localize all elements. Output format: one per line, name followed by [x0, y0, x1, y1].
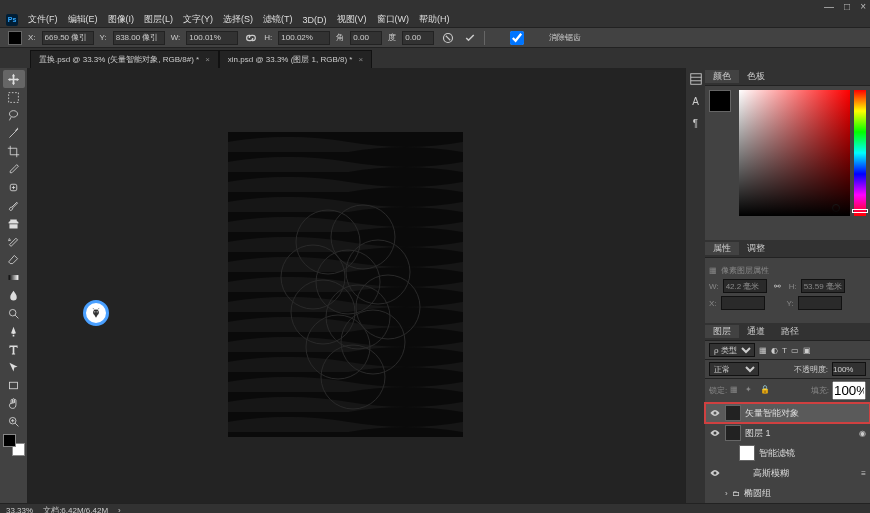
prop-w-input[interactable]: [723, 279, 767, 293]
lasso-tool[interactable]: [3, 106, 25, 124]
layer-row[interactable]: › 🗀 椭圆组: [705, 483, 870, 503]
layer-filter-select[interactable]: ρ 类型: [709, 343, 755, 357]
zoom-level[interactable]: 33.33%: [6, 506, 33, 513]
visibility-icon[interactable]: [709, 447, 721, 459]
swatches-tab[interactable]: 色板: [739, 70, 773, 83]
fill-input[interactable]: [832, 381, 866, 400]
menu-view[interactable]: 视图(V): [337, 13, 367, 26]
angle-input[interactable]: [350, 31, 382, 45]
menu-edit[interactable]: 编辑(E): [68, 13, 98, 26]
commit-transform-icon[interactable]: [462, 30, 478, 46]
visibility-icon[interactable]: [709, 487, 721, 499]
layer-row[interactable]: 图层 1 ◉: [705, 423, 870, 443]
transform-reference-icon[interactable]: [8, 31, 22, 45]
skew-input[interactable]: [402, 31, 434, 45]
antialias-checkbox[interactable]: [491, 31, 543, 45]
marquee-tool[interactable]: [3, 88, 25, 106]
cancel-transform-icon[interactable]: [440, 30, 456, 46]
visibility-icon[interactable]: [709, 407, 721, 419]
close-icon[interactable]: ×: [205, 55, 210, 64]
visibility-icon[interactable]: [709, 427, 721, 439]
filter-settings-icon[interactable]: ≡: [861, 469, 866, 478]
brush-tool[interactable]: [3, 196, 25, 214]
expand-arrow-icon[interactable]: ›: [725, 489, 728, 498]
prop-x-input[interactable]: [721, 296, 765, 310]
lock-all-icon[interactable]: 🔒: [760, 385, 772, 397]
move-tool[interactable]: [3, 70, 25, 88]
foreground-swatch[interactable]: [3, 434, 16, 447]
filter-shape-icon[interactable]: ▭: [791, 346, 799, 355]
filter-smart-icon[interactable]: ▣: [803, 346, 811, 355]
y-input[interactable]: [113, 31, 165, 45]
color-swatches[interactable]: [3, 434, 25, 456]
document-tab-2[interactable]: xin.psd @ 33.3% (图层 1, RGB/8) *×: [219, 50, 372, 68]
doc-size[interactable]: 文档:6.42M/6.42M: [43, 505, 108, 513]
path-selection-tool[interactable]: [3, 358, 25, 376]
crop-tool[interactable]: [3, 142, 25, 160]
gradient-tool[interactable]: [3, 268, 25, 286]
menu-file[interactable]: 文件(F): [28, 13, 58, 26]
color-tab[interactable]: 颜色: [705, 70, 739, 83]
rectangle-tool[interactable]: [3, 376, 25, 394]
menu-3d[interactable]: 3D(D): [303, 15, 327, 25]
window-close[interactable]: ×: [860, 1, 866, 12]
menu-type[interactable]: 文字(Y): [183, 13, 213, 26]
paragraph-panel-icon[interactable]: ¶: [689, 116, 703, 130]
layer-row[interactable]: 矢量智能对象: [705, 403, 870, 423]
eyedropper-tool[interactable]: [3, 160, 25, 178]
layer-row[interactable]: 智能滤镜: [705, 443, 870, 463]
history-brush-tool[interactable]: [3, 232, 25, 250]
dodge-tool[interactable]: [3, 304, 25, 322]
window-maximize[interactable]: □: [844, 1, 850, 12]
x-input[interactable]: [42, 31, 94, 45]
type-tool[interactable]: [3, 340, 25, 358]
healing-tool[interactable]: [3, 178, 25, 196]
lock-position-icon[interactable]: ✦: [745, 385, 757, 397]
h-input[interactable]: [278, 31, 330, 45]
magic-wand-tool[interactable]: [3, 124, 25, 142]
layer-name: 矢量智能对象: [745, 407, 799, 420]
channels-tab[interactable]: 通道: [739, 325, 773, 338]
layers-tab[interactable]: 图层: [705, 325, 739, 338]
link-icon[interactable]: ⚯: [771, 280, 785, 292]
color-preview-swatch[interactable]: [709, 90, 731, 112]
menu-layer[interactable]: 图层(L): [144, 13, 173, 26]
opacity-input[interactable]: [832, 362, 866, 376]
document-tab-1[interactable]: 置换.psd @ 33.3% (矢量智能对象, RGB/8#) *×: [30, 50, 219, 68]
clone-stamp-tool[interactable]: [3, 214, 25, 232]
menu-select[interactable]: 选择(S): [223, 13, 253, 26]
layer-row[interactable]: 高斯模糊 ≡: [705, 463, 870, 483]
menu-help[interactable]: 帮助(H): [419, 13, 450, 26]
svg-rect-3: [9, 275, 19, 280]
menu-window[interactable]: 窗口(W): [377, 13, 410, 26]
visibility-icon[interactable]: [709, 467, 721, 479]
lock-pixels-icon[interactable]: ▦: [730, 385, 742, 397]
link-wh-icon[interactable]: [244, 32, 258, 44]
filter-pixel-icon[interactable]: ▦: [759, 346, 767, 355]
blend-mode-select[interactable]: 正常: [709, 362, 759, 376]
menu-image[interactable]: 图像(I): [108, 13, 135, 26]
prop-h-input[interactable]: [801, 279, 845, 293]
canvas-area[interactable]: [28, 68, 685, 503]
statusbar-arrow-icon[interactable]: ›: [118, 506, 121, 513]
lock-label: 锁定:: [709, 385, 727, 396]
window-minimize[interactable]: —: [824, 1, 834, 12]
prop-y-input[interactable]: [798, 296, 842, 310]
close-icon[interactable]: ×: [358, 55, 363, 64]
hand-tool[interactable]: [3, 394, 25, 412]
history-panel-icon[interactable]: [689, 72, 703, 86]
pen-tool[interactable]: [3, 322, 25, 340]
paths-tab[interactable]: 路径: [773, 325, 807, 338]
adjustments-tab[interactable]: 调整: [739, 242, 773, 255]
character-panel-icon[interactable]: A: [689, 94, 703, 108]
eraser-tool[interactable]: [3, 250, 25, 268]
w-input[interactable]: [186, 31, 238, 45]
filter-adjust-icon[interactable]: ◐: [771, 346, 778, 355]
zoom-tool[interactable]: [3, 412, 25, 430]
hue-slider[interactable]: [854, 90, 866, 216]
color-field[interactable]: [739, 90, 850, 216]
properties-tab[interactable]: 属性: [705, 242, 739, 255]
blur-tool[interactable]: [3, 286, 25, 304]
filter-type-icon[interactable]: T: [782, 346, 787, 355]
menu-filter[interactable]: 滤镜(T): [263, 13, 293, 26]
